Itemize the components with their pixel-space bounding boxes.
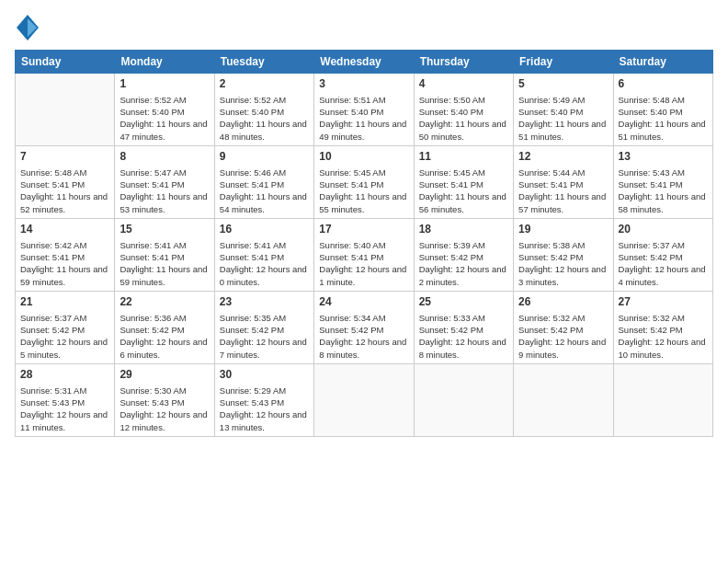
daylight-text: Daylight: 11 hours and 48 minutes. (220, 119, 307, 141)
sunrise-text: Sunrise: 5:39 AM (419, 240, 485, 250)
logo-icon (17, 15, 39, 40)
day-number: 4 (419, 76, 508, 92)
daylight-text: Daylight: 12 hours and 5 minutes. (20, 337, 108, 359)
sunrise-text: Sunrise: 5:32 AM (518, 313, 585, 323)
day-number: 6 (619, 76, 708, 92)
sunrise-text: Sunrise: 5:49 AM (518, 95, 585, 105)
sunrise-text: Sunrise: 5:30 AM (119, 385, 186, 396)
week-row-0: 1Sunrise: 5:52 AMSunset: 5:40 PMDaylight… (16, 74, 713, 146)
sunset-text: Sunset: 5:42 PM (20, 325, 85, 335)
sunset-text: Sunset: 5:41 PM (119, 179, 184, 190)
daylight-text: Daylight: 12 hours and 7 minutes. (220, 337, 307, 359)
calendar-cell: 27Sunrise: 5:32 AMSunset: 5:42 PMDayligh… (613, 291, 712, 363)
sunrise-text: Sunrise: 5:46 AM (220, 167, 286, 178)
day-header-friday: Friday (514, 51, 613, 74)
sunrise-text: Sunrise: 5:33 AM (419, 313, 485, 323)
sunset-text: Sunset: 5:42 PM (119, 325, 184, 335)
daylight-text: Daylight: 11 hours and 59 minutes. (119, 264, 207, 286)
daylight-text: Daylight: 12 hours and 0 minutes. (220, 264, 307, 286)
day-number: 29 (119, 367, 209, 383)
daylight-text: Daylight: 11 hours and 47 minutes. (119, 119, 207, 141)
day-header-saturday: Saturday (613, 51, 712, 74)
day-header-monday: Monday (115, 51, 214, 74)
sunset-text: Sunset: 5:41 PM (220, 179, 284, 190)
sunset-text: Sunset: 5:41 PM (319, 179, 383, 190)
sunset-text: Sunset: 5:41 PM (20, 179, 85, 190)
calendar-cell: 14Sunrise: 5:42 AMSunset: 5:41 PMDayligh… (16, 218, 115, 291)
daylight-text: Daylight: 12 hours and 8 minutes. (319, 337, 406, 359)
day-number: 2 (220, 76, 309, 92)
calendar-cell: 28Sunrise: 5:31 AMSunset: 5:43 PMDayligh… (16, 363, 115, 436)
day-number: 19 (518, 222, 608, 237)
sunrise-text: Sunrise: 5:29 AM (220, 385, 286, 396)
sunrise-text: Sunrise: 5:48 AM (20, 167, 86, 178)
sunrise-text: Sunrise: 5:52 AM (119, 95, 186, 105)
daylight-text: Daylight: 11 hours and 55 minutes. (319, 191, 406, 213)
sunrise-text: Sunrise: 5:43 AM (619, 167, 685, 178)
daylight-text: Daylight: 12 hours and 9 minutes. (518, 337, 606, 359)
sunset-text: Sunset: 5:40 PM (518, 107, 583, 117)
calendar-cell: 26Sunrise: 5:32 AMSunset: 5:42 PMDayligh… (514, 291, 613, 363)
calendar-cell: 18Sunrise: 5:39 AMSunset: 5:42 PMDayligh… (414, 218, 513, 291)
sunset-text: Sunset: 5:40 PM (419, 107, 483, 117)
day-number: 10 (319, 149, 408, 165)
daylight-text: Daylight: 12 hours and 4 minutes. (619, 264, 706, 286)
day-header-sunday: Sunday (16, 51, 115, 74)
day-number: 23 (220, 294, 309, 310)
day-number: 12 (518, 149, 608, 165)
calendar-cell (414, 363, 513, 436)
daylight-text: Daylight: 11 hours and 56 minutes. (419, 191, 506, 213)
calendar-cell: 23Sunrise: 5:35 AMSunset: 5:42 PMDayligh… (214, 291, 313, 363)
day-number: 13 (619, 149, 708, 165)
week-row-4: 28Sunrise: 5:31 AMSunset: 5:43 PMDayligh… (16, 363, 713, 436)
calendar-cell: 5Sunrise: 5:49 AMSunset: 5:40 PMDaylight… (514, 74, 613, 146)
sunset-text: Sunset: 5:40 PM (319, 107, 383, 117)
daylight-text: Daylight: 11 hours and 51 minutes. (518, 119, 606, 141)
sunset-text: Sunset: 5:41 PM (20, 252, 85, 262)
sunset-text: Sunset: 5:41 PM (518, 179, 583, 190)
sunrise-text: Sunrise: 5:45 AM (419, 167, 485, 178)
day-number: 18 (419, 222, 508, 237)
day-number: 21 (20, 294, 109, 310)
week-row-3: 21Sunrise: 5:37 AMSunset: 5:42 PMDayligh… (16, 291, 713, 363)
calendar-cell: 13Sunrise: 5:43 AMSunset: 5:41 PMDayligh… (613, 145, 712, 218)
calendar-cell: 21Sunrise: 5:37 AMSunset: 5:42 PMDayligh… (16, 291, 115, 363)
header-row: SundayMondayTuesdayWednesdayThursdayFrid… (16, 51, 713, 74)
sunrise-text: Sunrise: 5:40 AM (319, 240, 385, 250)
calendar-cell: 12Sunrise: 5:44 AMSunset: 5:41 PMDayligh… (514, 145, 613, 218)
calendar-cell: 9Sunrise: 5:46 AMSunset: 5:41 PMDaylight… (214, 145, 313, 218)
sunset-text: Sunset: 5:42 PM (419, 325, 483, 335)
week-row-2: 14Sunrise: 5:42 AMSunset: 5:41 PMDayligh… (16, 218, 713, 291)
day-number: 11 (419, 149, 508, 165)
sunrise-text: Sunrise: 5:38 AM (518, 240, 585, 250)
day-number: 5 (518, 76, 608, 92)
day-number: 16 (220, 222, 309, 237)
calendar-cell: 30Sunrise: 5:29 AMSunset: 5:43 PMDayligh… (214, 363, 313, 436)
daylight-text: Daylight: 11 hours and 51 minutes. (619, 119, 706, 141)
sunrise-text: Sunrise: 5:42 AM (20, 240, 86, 250)
sunset-text: Sunset: 5:42 PM (419, 252, 483, 262)
daylight-text: Daylight: 11 hours and 57 minutes. (518, 191, 606, 213)
sunset-text: Sunset: 5:43 PM (220, 397, 284, 408)
calendar-cell: 22Sunrise: 5:36 AMSunset: 5:42 PMDayligh… (115, 291, 214, 363)
week-row-1: 7Sunrise: 5:48 AMSunset: 5:41 PMDaylight… (16, 145, 713, 218)
sunrise-text: Sunrise: 5:36 AM (119, 313, 186, 323)
sunrise-text: Sunrise: 5:41 AM (220, 240, 286, 250)
sunrise-text: Sunrise: 5:41 AM (119, 240, 186, 250)
sunrise-text: Sunrise: 5:50 AM (419, 95, 485, 105)
calendar-cell: 29Sunrise: 5:30 AMSunset: 5:43 PMDayligh… (115, 363, 214, 436)
calendar-cell: 2Sunrise: 5:52 AMSunset: 5:40 PMDaylight… (214, 74, 313, 146)
sunset-text: Sunset: 5:43 PM (20, 397, 85, 408)
sunrise-text: Sunrise: 5:37 AM (20, 313, 86, 323)
calendar-cell (613, 363, 712, 436)
sunset-text: Sunset: 5:41 PM (119, 252, 184, 262)
sunset-text: Sunset: 5:42 PM (319, 325, 383, 335)
sunset-text: Sunset: 5:42 PM (619, 252, 683, 262)
day-number: 24 (319, 294, 408, 310)
sunset-text: Sunset: 5:40 PM (220, 107, 284, 117)
sunset-text: Sunset: 5:42 PM (220, 325, 284, 335)
sunrise-text: Sunrise: 5:51 AM (319, 95, 385, 105)
logo (15, 15, 42, 40)
calendar-cell (514, 363, 613, 436)
sunrise-text: Sunrise: 5:47 AM (119, 167, 186, 178)
